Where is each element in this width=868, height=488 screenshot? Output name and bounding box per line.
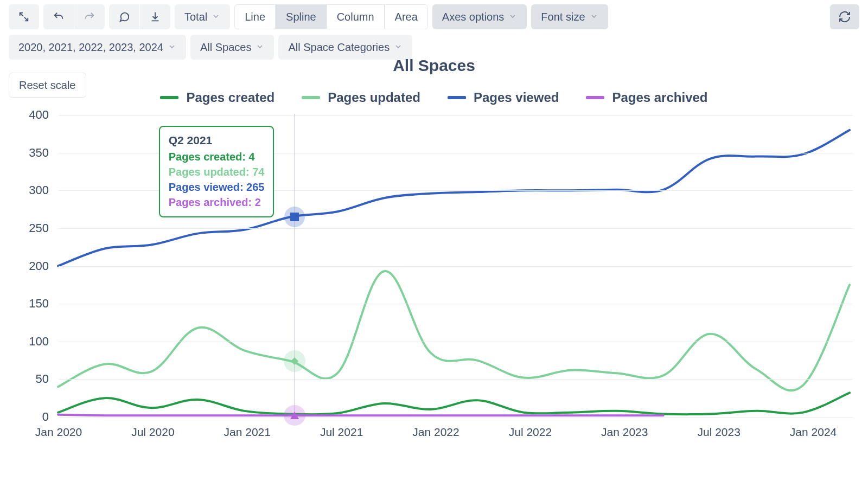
tooltip-row: Pages created: 4 — [169, 149, 265, 164]
plot-area[interactable]: 050100150200250300350400Jan 2020Jul 2020… — [20, 111, 853, 439]
chart-title: All Spaces — [9, 56, 859, 75]
y-axis-tick: 0 — [20, 410, 49, 424]
legend-swatch — [448, 96, 466, 99]
categories-filter-label: All Space Categories — [288, 41, 390, 54]
download-button[interactable] — [140, 4, 170, 29]
chevron-down-icon — [394, 41, 403, 54]
chevron-down-icon — [256, 41, 264, 54]
reset-scale-label: Reset scale — [19, 79, 76, 92]
toolbar-row-1: Total LineSplineColumnArea Axes options … — [9, 4, 859, 29]
chevron-down-icon — [168, 41, 176, 54]
y-axis-tick: 250 — [20, 221, 49, 235]
comment-button[interactable] — [109, 4, 139, 29]
refresh-icon — [838, 10, 851, 23]
redo-icon — [84, 11, 95, 23]
x-axis-tick: Jan 2023 — [601, 426, 648, 439]
undo-icon — [53, 11, 65, 23]
x-axis-tick: Jan 2020 — [35, 426, 82, 439]
legend-item-pages-archived[interactable]: Pages archived — [586, 90, 707, 105]
x-axis-tick: Jul 2021 — [320, 426, 363, 439]
y-axis-tick: 300 — [20, 183, 49, 197]
gridline — [59, 115, 853, 115]
x-axis-tick: Jul 2022 — [509, 426, 552, 439]
y-axis-tick: 50 — [20, 372, 49, 386]
gridline — [59, 379, 853, 380]
y-axis-tick: 400 — [20, 108, 49, 122]
download-icon — [149, 11, 161, 23]
x-axis-tick: Jul 2023 — [697, 426, 740, 439]
chart-tooltip: Q2 2021Pages created: 4Pages updated: 74… — [159, 126, 275, 217]
spaces-filter-label: All Spaces — [200, 41, 252, 54]
chevron-down-icon — [508, 11, 517, 23]
series-line — [58, 271, 850, 390]
legend-label: Pages created — [186, 90, 275, 105]
gridline — [59, 417, 853, 418]
annotate-download-group — [109, 4, 170, 29]
gridline — [59, 266, 853, 267]
y-axis-tick: 150 — [20, 297, 49, 311]
years-filter-label: 2020, 2021, 2022, 2023, 2024 — [18, 41, 163, 54]
chart-type-segmented: LineSplineColumnArea — [234, 4, 428, 29]
legend-item-pages-created[interactable]: Pages created — [160, 90, 275, 105]
hover-marker — [290, 212, 299, 222]
legend-item-pages-updated[interactable]: Pages updated — [302, 90, 420, 105]
redo-button[interactable] — [74, 4, 105, 29]
axes-options-dropdown[interactable]: Axes options — [432, 4, 527, 29]
legend-label: Pages archived — [612, 90, 707, 105]
chart-container: All Spaces Reset scale Pages createdPage… — [9, 56, 859, 439]
chart-legend: Pages createdPages updatedPages viewedPa… — [9, 90, 859, 105]
legend-swatch — [586, 96, 604, 99]
x-axis-tick: Jan 2022 — [412, 426, 459, 439]
legend-swatch — [160, 96, 178, 99]
chart-type-line[interactable]: Line — [234, 4, 276, 29]
reset-scale-button[interactable]: Reset scale — [9, 73, 86, 98]
total-label: Total — [184, 11, 207, 23]
gridline — [59, 228, 853, 229]
gridline — [59, 342, 853, 342]
series-line — [58, 415, 663, 416]
tooltip-row: Pages updated: 74 — [169, 164, 265, 179]
y-axis-tick: 200 — [20, 259, 49, 273]
chevron-down-icon — [212, 11, 220, 23]
legend-swatch — [302, 96, 320, 99]
comment-icon — [118, 11, 130, 23]
chevron-down-icon — [590, 11, 598, 23]
chart-type-column[interactable]: Column — [327, 4, 385, 29]
legend-label: Pages viewed — [474, 90, 559, 105]
axes-options-label: Axes options — [442, 11, 505, 23]
series-line — [58, 393, 850, 414]
legend-label: Pages updated — [328, 90, 420, 105]
y-axis-tick: 100 — [20, 335, 49, 349]
x-axis-tick: Jan 2024 — [790, 426, 837, 439]
hover-marker — [289, 356, 300, 367]
tooltip-title: Q2 2021 — [169, 132, 265, 148]
undo-redo-group — [43, 4, 105, 29]
fullscreen-button[interactable] — [9, 4, 39, 29]
tooltip-row: Pages archived: 2 — [169, 195, 265, 210]
gridline — [59, 304, 853, 304]
hover-marker — [289, 410, 300, 420]
font-size-label: Font size — [541, 11, 585, 23]
refresh-button[interactable] — [830, 4, 859, 29]
x-axis-tick: Jul 2020 — [131, 426, 174, 439]
legend-item-pages-viewed[interactable]: Pages viewed — [448, 90, 559, 105]
chart-svg — [20, 111, 853, 439]
total-dropdown[interactable]: Total — [175, 4, 230, 29]
chart-type-spline[interactable]: Spline — [276, 4, 327, 29]
y-axis-tick: 350 — [20, 146, 49, 160]
tooltip-row: Pages viewed: 265 — [169, 179, 265, 195]
x-axis-tick: Jan 2021 — [224, 426, 271, 439]
undo-button[interactable] — [43, 4, 74, 29]
expand-icon — [18, 11, 30, 23]
chart-type-area[interactable]: Area — [385, 4, 428, 29]
font-size-dropdown[interactable]: Font size — [531, 4, 608, 29]
